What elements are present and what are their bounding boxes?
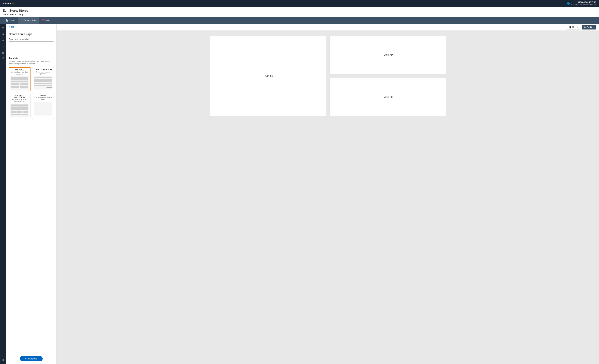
canvas-tile-right-bottom[interactable]: + Add tile [329, 78, 446, 117]
sidebar-item-chart-line[interactable]: ↗ [1, 44, 5, 49]
tab-stores[interactable]: 🏪 Stores [3, 17, 18, 24]
side-nav: ⊞ ▣ ◈ ↗ ▦ ⠿ ⚙ [0, 24, 6, 364]
tab-help-label: Help [45, 19, 50, 22]
logo-text: amazon [3, 2, 11, 5]
canvas-tile-right-top[interactable]: + Add tile [329, 36, 446, 75]
add-tile-right-bottom-label: + Add tile [382, 96, 393, 99]
product-collection-preview [10, 104, 29, 117]
canvas-area: 📱 Mobile 🖥 Desktop + Add tile + Add tile… [57, 24, 599, 364]
page-title-area: Edit Store: Stores Gui's Chicken Coop [0, 7, 599, 17]
sidebar-item-chart-bar[interactable]: ▦ [1, 50, 5, 55]
ph-block1 [34, 79, 43, 82]
canvas-tile-left[interactable]: + Add tile [210, 36, 326, 117]
page-title-prefix: Edit Store: [3, 9, 18, 12]
product-highlight-preview [34, 76, 53, 89]
create-page-button[interactable]: Create page [20, 356, 43, 361]
pc-block2 [17, 111, 22, 113]
pc-block3 [23, 111, 28, 113]
store-info-text: HOW COOL IS THAT Sponsored ads, multiple… [571, 1, 596, 6]
pc-block1 [11, 111, 17, 113]
store-info: 🌐 HOW COOL IS THAT Sponsored ads, multip… [567, 1, 596, 6]
store-name: Gui's Chicken Coop [3, 13, 596, 17]
canvas-grid: + Add tile + Add tile + Add tile [210, 36, 446, 117]
ph-bar2 [34, 83, 52, 84]
marquee-preview-row1 [11, 83, 28, 85]
marquee-preview-bar1 [11, 77, 28, 80]
marquee-desc: Tell brand story and show categories [10, 71, 29, 75]
page-title: Edit Store: Stores [3, 9, 596, 12]
marquee-block2 [20, 83, 28, 85]
pc-row [11, 111, 28, 113]
marquee-preview-row2 [11, 86, 28, 88]
template-product-highlight[interactable]: PRODUCT HIGHLIGHT Showcase a flagship pr… [32, 67, 54, 91]
mobile-label: Mobile [572, 26, 578, 28]
ph-row1 [34, 79, 52, 82]
main-layout: ⊞ ▣ ◈ ↗ ▦ ⠿ ⚙ < Back Create home page Pa… [0, 24, 599, 364]
content-panel: < Back Create home page Page meta descri… [6, 24, 57, 364]
help-tab-icon: ❓ [42, 19, 44, 22]
marquee-preview [10, 76, 29, 90]
template-section: Template You can customize any template … [9, 57, 54, 119]
store-subtitle: Sponsored ads, multiple countries [571, 4, 596, 6]
form-area: Create home page Page meta description T… [6, 30, 56, 353]
template-product-collection[interactable]: PRODUCT COLLECTION Highlight a collectio… [9, 93, 30, 119]
marquee-block3 [11, 86, 19, 88]
template-marquee[interactable]: MARQUEE Tell brand story and show catego… [9, 67, 30, 91]
marquee-block4 [20, 86, 28, 88]
sidebar-item-grid[interactable]: ⊞ [1, 26, 5, 31]
ph-btn [46, 87, 52, 88]
template-blank[interactable]: BLANK Build from scratch, without code [32, 93, 54, 119]
create-btn-area: Create page [6, 353, 56, 364]
back-bar: < Back [6, 24, 56, 30]
product-highlight-desc: Showcase a flagship product [34, 71, 53, 75]
blank-preview [34, 102, 53, 115]
template-desc: You can customize any template by moving… [9, 60, 54, 65]
blank-title: BLANK [34, 95, 53, 96]
mobile-icon: 📱 [569, 26, 571, 28]
add-tile-left-label: + Add tile [262, 75, 273, 78]
sidebar-item-screen[interactable]: ▣ [1, 32, 5, 36]
pc-bar1 [11, 104, 28, 106]
ph-bar3 [34, 85, 52, 86]
product-highlight-title: PRODUCT HIGHLIGHT [34, 69, 53, 71]
template-label: Template [9, 57, 54, 59]
pc-block-main [11, 106, 28, 110]
desktop-icon: 🖥 [584, 26, 586, 28]
canvas-toolbar: 📱 Mobile 🖥 Desktop [57, 24, 599, 31]
store-builder-tab-icon: ⚒ [21, 19, 23, 22]
top-header: amazon ads 🌐 HOW COOL IS THAT Sponsored … [0, 0, 599, 7]
meta-textarea[interactable] [9, 42, 54, 53]
desktop-label: Desktop [587, 26, 594, 28]
tab-stores-label: Stores [9, 19, 16, 22]
ph-block2 [43, 79, 52, 82]
logo: amazon ads [3, 2, 15, 5]
ph-btn-row [34, 87, 52, 88]
marquee-preview-bar2 [11, 81, 28, 82]
sidebar-item-shield[interactable]: ◈ [1, 38, 5, 43]
store-title: HOW COOL IS THAT [571, 1, 596, 3]
back-link[interactable]: < Back [9, 26, 54, 28]
marquee-title: MARQUEE [10, 69, 29, 71]
meta-label: Page meta description [9, 38, 54, 40]
form-section-title: Create home page [9, 33, 54, 36]
tab-bar: 🏪 Stores ⚒ Store builder ❓ Help [0, 17, 599, 24]
ph-bar1 [34, 77, 52, 78]
tab-store-builder[interactable]: ⚒ Store builder [18, 17, 39, 24]
desktop-view-button[interactable]: 🖥 Desktop [582, 25, 596, 29]
pc-bar2 [11, 114, 28, 115]
mobile-view-button[interactable]: 📱 Mobile [567, 25, 580, 29]
sidebar-item-settings[interactable]: ⚙ [1, 358, 5, 362]
stores-tab-icon: 🏪 [5, 19, 8, 22]
product-collection-desc: Highlight a collection of related produc… [10, 99, 29, 103]
sidebar-item-apps[interactable]: ⠿ [1, 56, 5, 61]
product-collection-title: PRODUCT COLLECTION [10, 95, 29, 98]
add-tile-right-top-label: + Add tile [382, 54, 393, 57]
logo-smile-icon: ads [11, 2, 15, 4]
page-title-name: Stores [19, 9, 28, 12]
tab-help[interactable]: ❓ Help [39, 17, 53, 24]
blank-desc: Build from scratch, without code [34, 97, 53, 101]
tab-store-builder-label: Store builder [24, 19, 36, 22]
marquee-block1 [11, 83, 19, 85]
globe-icon: 🌐 [567, 2, 570, 5]
canvas-content: + Add tile + Add tile + Add tile [57, 31, 599, 364]
